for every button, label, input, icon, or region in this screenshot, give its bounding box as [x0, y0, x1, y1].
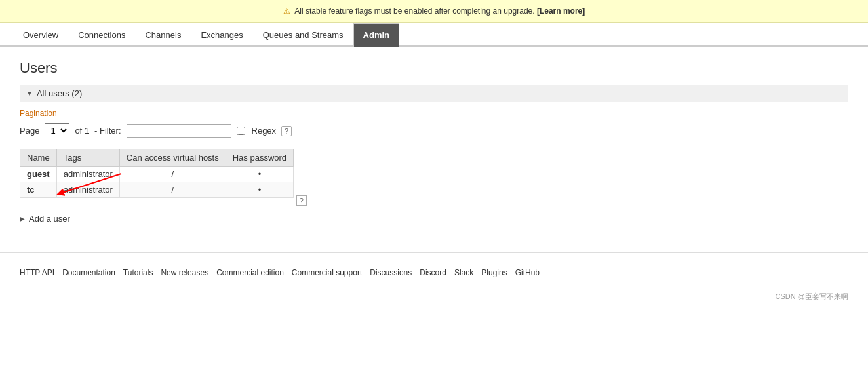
main-content: Users ▼ All users (2) Pagination Page 1 … — [0, 47, 868, 242]
footer-http-api[interactable]: HTTP API — [20, 265, 62, 280]
add-user-label: Add a user — [29, 214, 70, 224]
upgrade-banner: ⚠ All stable feature flags must be enabl… — [0, 0, 868, 23]
col-name: Name — [20, 149, 57, 167]
expand-arrow-icon: ▶ — [20, 215, 25, 222]
footer-nav: HTTP API Documentation Tutorials New rel… — [0, 260, 868, 285]
users-table: Name Tags Can access virtual hosts Has p… — [20, 149, 294, 198]
col-tags: Tags — [56, 149, 119, 167]
footer-discord[interactable]: Discord — [420, 265, 454, 280]
page-select[interactable]: 1 — [45, 123, 69, 138]
users-table-wrapper: Name Tags Can access virtual hosts Has p… — [20, 149, 294, 203]
password-cell-tc: • — [226, 182, 293, 198]
of-label: of 1 — [75, 126, 89, 136]
vhosts-cell-guest: / — [119, 167, 226, 182]
warning-icon: ⚠ — [283, 7, 290, 16]
tags-cell-tc: administrator — [56, 182, 119, 198]
table-row: tc administrator / • — [20, 182, 294, 198]
footer-new-releases[interactable]: New releases — [161, 265, 216, 280]
nav-connections[interactable]: Connections — [68, 23, 135, 47]
regex-label: Regex — [252, 126, 277, 136]
footer-divider — [0, 252, 868, 253]
regex-help-icon[interactable]: ? — [281, 126, 292, 136]
page-title: Users — [20, 60, 848, 77]
footer-documentation[interactable]: Documentation — [62, 265, 123, 280]
footer-slack[interactable]: Slack — [454, 265, 481, 280]
vhosts-cell-tc: / — [119, 182, 226, 198]
footer-github[interactable]: GitHub — [515, 265, 547, 280]
nav-channels[interactable]: Channels — [135, 23, 191, 47]
col-password: Has password — [226, 149, 293, 167]
filter-row: Page 1 of 1 - Filter: Regex ? — [20, 123, 848, 138]
footer-discussions[interactable]: Discussions — [370, 265, 420, 280]
filter-label: - Filter: — [94, 126, 121, 136]
section-header-label: All users (2) — [37, 88, 82, 98]
footer-commercial-support[interactable]: Commercial support — [292, 265, 370, 280]
pagination-label: Pagination — [20, 109, 848, 118]
col-vhosts: Can access virtual hosts — [119, 149, 226, 167]
footer-plugins[interactable]: Plugins — [481, 265, 515, 280]
banner-text: All stable feature flags must be enabled… — [294, 7, 534, 16]
main-nav: Overview Connections Channels Exchanges … — [0, 23, 868, 47]
nav-queues-streams[interactable]: Queues and Streams — [253, 23, 353, 47]
table-help-icon[interactable]: ? — [296, 195, 307, 206]
footer-commercial-edition[interactable]: Commercial edition — [216, 265, 292, 280]
collapse-arrow-icon[interactable]: ▼ — [26, 90, 33, 97]
nav-exchanges[interactable]: Exchanges — [191, 23, 252, 47]
section-header: ▼ All users (2) — [20, 85, 848, 102]
user-link-tc[interactable]: tc — [27, 185, 35, 195]
nav-admin[interactable]: Admin — [353, 23, 399, 47]
footer-tutorials[interactable]: Tutorials — [123, 265, 161, 280]
page-label: Page — [20, 126, 39, 136]
add-user-section[interactable]: ▶ Add a user — [20, 208, 848, 229]
tags-cell-guest: administrator — [56, 167, 119, 182]
regex-checkbox[interactable] — [237, 127, 245, 135]
learn-more-link[interactable]: [Learn more] — [537, 7, 585, 16]
watermark: CSDN @臣妾写不来啊 — [0, 285, 868, 305]
table-row: guest administrator / • — [20, 167, 294, 182]
filter-input[interactable] — [127, 124, 231, 138]
user-link-guest[interactable]: guest — [27, 169, 50, 179]
password-cell-guest: • — [226, 167, 293, 182]
nav-overview[interactable]: Overview — [13, 23, 68, 47]
